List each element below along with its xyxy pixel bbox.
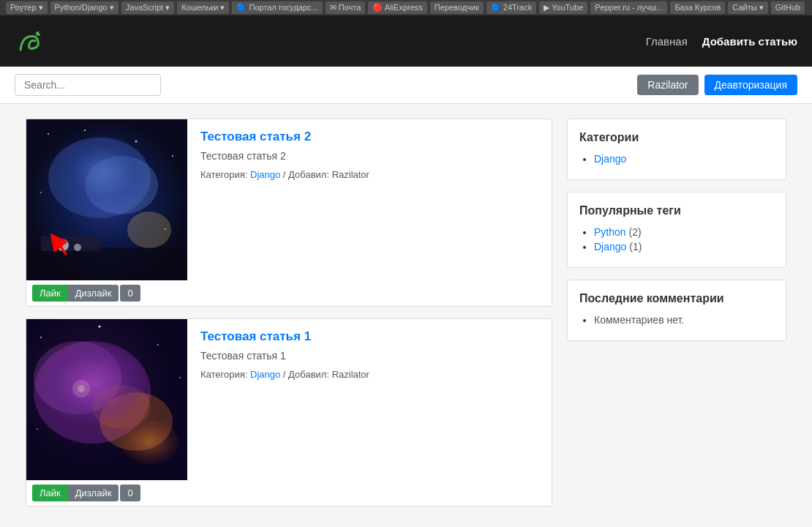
svg-point-8: [135, 141, 138, 143]
svg-point-27: [37, 428, 38, 430]
article-body: Лайк Дизлайк 0 Тестовая статья 1 Тестова…: [26, 319, 552, 506]
tab-wallets[interactable]: Кошельки ▾: [177, 1, 229, 14]
tab-github[interactable]: GitHub: [771, 1, 805, 14]
svg-point-29: [78, 385, 85, 392]
svg-point-26: [179, 377, 181, 378]
svg-point-6: [48, 133, 49, 135]
added-label: / Добавил:: [283, 169, 329, 180]
like-button[interactable]: Лайк: [32, 285, 68, 302]
sidebar-comments-card: Последние комментарии Комментариев нет.: [567, 280, 786, 341]
article-title[interactable]: Тестовая статья 2: [200, 130, 538, 144]
article-title[interactable]: Тестовая статья 1: [200, 329, 538, 344]
tab-courses[interactable]: База Курсов: [670, 1, 725, 14]
navbar-links: Главная Добавить статью: [646, 35, 797, 48]
vote-count: 0: [120, 485, 140, 501]
list-item: Python (2): [594, 226, 774, 238]
categories-list: Django: [579, 153, 774, 165]
nav-main-link[interactable]: Главная: [646, 35, 688, 48]
svg-rect-13: [26, 247, 187, 280]
tab-translate[interactable]: Переводчик: [430, 1, 484, 14]
article-author: Razilator: [332, 369, 369, 380]
articles-list: Лайк Дизлайк 0 Тестовая статья 2 Тестова…: [26, 119, 552, 518]
search-input[interactable]: [15, 74, 161, 96]
article-card: Лайк Дизлайк 0 Тестовая статья 2 Тестова…: [26, 119, 552, 307]
article-image-svg: [26, 319, 187, 480]
tab-mail[interactable]: ✉ Почта: [326, 1, 366, 14]
svg-point-5: [85, 156, 158, 214]
tag-link[interactable]: Django: [594, 241, 626, 253]
tab-ali[interactable]: 🔴 AliExpress: [368, 1, 426, 14]
article-image-svg: [26, 119, 187, 280]
browser-tabs-bar: Роутер ▾ Python/Django ▾ JavaScript ▾ Ко…: [0, 0, 812, 15]
article-image: [26, 319, 187, 480]
dislike-button[interactable]: Дизлайк: [68, 285, 119, 302]
category-label: Категория:: [200, 369, 247, 380]
article-excerpt: Тестовая статья 1: [200, 350, 538, 362]
svg-point-2: [39, 32, 40, 34]
no-comments-text: Комментариев нет.: [594, 314, 684, 326]
article-body: Лайк Дизлайк 0 Тестовая статья 2 Тестова…: [26, 119, 552, 306]
search-bar-container: Razilator Деавторизация: [0, 67, 812, 104]
article-card: Лайк Дизлайк 0 Тестовая статья 1 Тестова…: [26, 318, 552, 507]
article-category-link[interactable]: Django: [250, 369, 280, 380]
article-excerpt: Тестовая статья 2: [200, 150, 538, 162]
svg-point-24: [99, 326, 101, 328]
svg-point-7: [84, 130, 86, 131]
dislike-button[interactable]: Дизлайк: [68, 485, 119, 501]
article-vote-row: Лайк Дизлайк 0: [26, 280, 187, 306]
auth-buttons: Razilator Деавторизация: [637, 75, 797, 95]
tab-js[interactable]: JavaScript ▾: [121, 1, 174, 14]
svg-rect-14: [41, 236, 99, 251]
article-image-wrapper: Лайк Дизлайк 0: [26, 119, 187, 306]
category-label: Категория:: [200, 169, 247, 180]
svg-point-9: [172, 155, 173, 157]
tab-pepper[interactable]: Pepper.ru - лучш...: [590, 1, 667, 14]
sidebar-tags-card: Популярные теги Python (2) Django (1): [567, 192, 786, 268]
tag-link[interactable]: Python: [594, 226, 626, 238]
brand-logo[interactable]: [15, 23, 50, 59]
main-container: Лайк Дизлайк 0 Тестовая статья 2 Тестова…: [11, 104, 801, 527]
article-content: Тестовая статья 2 Тестовая статья 2 Кате…: [187, 119, 552, 306]
categories-title: Категории: [579, 131, 774, 144]
comments-list: Комментариев нет.: [579, 314, 774, 326]
svg-point-22: [92, 385, 151, 429]
comments-title: Последние комментарии: [579, 292, 774, 305]
article-meta: Категория: Django / Добавил: Razilator: [200, 169, 538, 180]
tag-count: (2): [628, 226, 641, 238]
navbar: Главная Добавить статью: [0, 15, 812, 67]
article-content: Тестовая статья 1 Тестовая статья 1 Кате…: [187, 319, 552, 506]
like-button[interactable]: Лайк: [32, 485, 68, 501]
article-vote-row: Лайк Дизлайк 0: [26, 480, 187, 506]
svg-point-25: [157, 344, 159, 345]
list-item: Django: [594, 153, 774, 165]
tags-list: Python (2) Django (1): [579, 226, 774, 253]
tag-count: (1): [629, 241, 642, 253]
logout-button[interactable]: Деавторизация: [704, 75, 797, 95]
snake-logo-icon: [15, 23, 50, 59]
tags-title: Популярные теги: [579, 204, 774, 217]
article-author: Razilator: [332, 169, 369, 180]
article-image: [26, 119, 187, 280]
nav-add-article-link[interactable]: Добавить статью: [702, 35, 797, 48]
category-link[interactable]: Django: [594, 153, 626, 165]
tab-sites[interactable]: Сайты ▾: [728, 1, 767, 14]
tab-portal[interactable]: 🔵 Портал государс...: [232, 1, 322, 14]
sidebar: Категории Django Популярные теги Python …: [567, 119, 786, 518]
svg-point-16: [74, 244, 81, 251]
svg-point-28: [72, 380, 90, 397]
article-image-wrapper: Лайк Дизлайк 0: [26, 319, 187, 506]
tab-youtube[interactable]: ▶ YouTube: [539, 1, 587, 14]
tab-24track[interactable]: 🔵 24Track: [486, 1, 536, 14]
sidebar-categories-card: Категории Django: [567, 119, 786, 180]
tab-django[interactable]: Python/Django ▾: [50, 1, 119, 14]
vote-count: 0: [120, 285, 140, 302]
list-item: Django (1): [594, 241, 774, 253]
svg-point-20: [34, 341, 121, 414]
tab-router[interactable]: Роутер ▾: [6, 1, 48, 14]
svg-point-10: [40, 192, 42, 193]
svg-point-1: [36, 31, 40, 36]
svg-point-23: [40, 337, 42, 338]
username-button[interactable]: Razilator: [637, 75, 698, 95]
svg-point-11: [165, 228, 166, 230]
article-category-link[interactable]: Django: [250, 169, 280, 180]
